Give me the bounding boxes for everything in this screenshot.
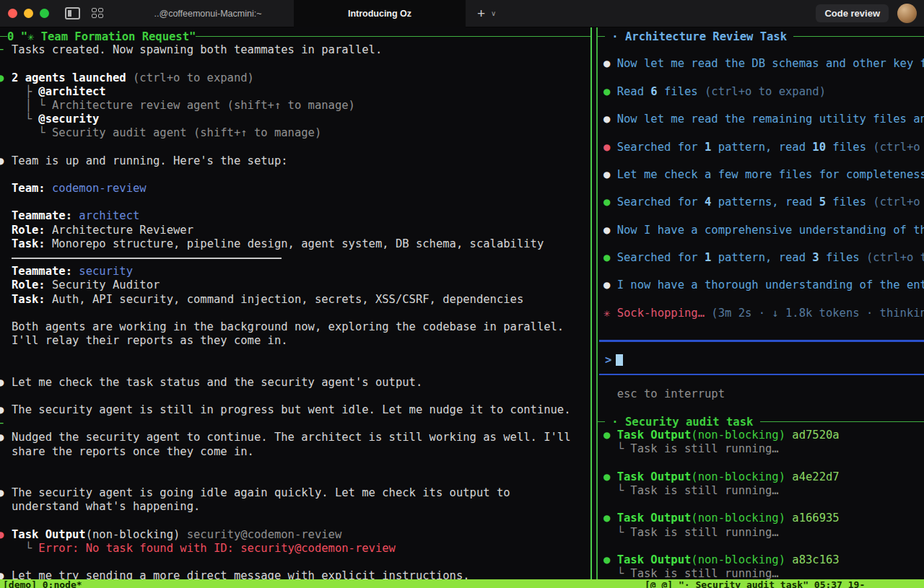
terminal-line: [0, 141, 590, 154]
text-segment: codemon-review: [45, 182, 147, 195]
terminal-line: ●Let me try sending a more direct messag…: [0, 569, 590, 579]
text-segment: ad7520a: [785, 429, 840, 442]
text-segment: Team:: [12, 182, 45, 195]
chevron-down-icon[interactable]: ∨: [491, 9, 496, 17]
pane-header: · Architecture Review Task: [598, 30, 924, 43]
text-segment: Nudged the security agent to continue. T…: [12, 431, 571, 444]
text-segment: 1: [705, 141, 711, 154]
pane-agent-tasks[interactable]: · Architecture Review Task ● Now let me …: [596, 27, 924, 579]
terminal-line: ─Tasks created. Now spawning both teamma…: [0, 43, 590, 57]
text-segment: (non-blocking): [691, 553, 785, 566]
new-tab-button[interactable]: +: [477, 6, 485, 22]
text-segment: a83c163: [785, 553, 840, 566]
text-segment: Searched for: [617, 196, 705, 209]
text-segment: security@codemon-review: [180, 528, 341, 541]
text-segment: (ctrl+o: [873, 196, 920, 209]
terminal-line: Task: Auth, API security, command inject…: [0, 293, 590, 307]
terminal-line: [598, 209, 924, 223]
text-segment: The security agent is still in progress …: [12, 403, 571, 416]
terminal-line: ●Nudged the security agent to continue. …: [0, 431, 590, 444]
text-segment: (non-blocking): [691, 512, 785, 525]
terminal-line: ● Now let me read the remaining utility …: [598, 113, 924, 126]
text-segment: └ Task is still running…: [603, 484, 779, 497]
text-segment: Monorepo structure, pipeline design, age…: [45, 237, 544, 250]
text-segment: a4e22d7: [785, 470, 840, 483]
text-segment: Task:: [12, 237, 45, 250]
terminal-line: └ Task is still running…: [598, 526, 924, 540]
text-segment: (ctrl+o t: [866, 251, 924, 264]
header-rule: [598, 421, 605, 422]
pane-team-formation[interactable]: 0 "✳ Team Formation Request"─Tasks creat…: [0, 27, 590, 579]
pane-title: · Security audit task: [605, 416, 760, 429]
input-border-line: [599, 374, 924, 376]
terminal-line: ● Task Output(non-blocking) ad7520a: [598, 429, 924, 442]
terminal-line: [598, 43, 924, 57]
text-segment: Searched for: [617, 251, 705, 264]
text-segment: Security Auditor: [45, 278, 160, 291]
text-segment: 1: [705, 251, 711, 264]
text-segment: @security: [38, 113, 99, 126]
terminal-line: ●2 agents launched (ctrl+o to expand): [0, 71, 590, 85]
text-segment: Searched for: [617, 141, 705, 154]
text-segment: Let me check a few more files for comple…: [617, 168, 924, 181]
avatar[interactable]: [897, 4, 917, 23]
text-segment: (ctrl+o to expand): [126, 71, 254, 84]
sidebar-toggle-icon[interactable]: [65, 7, 80, 19]
text-segment: 2 agents launched: [12, 71, 126, 84]
code-review-button[interactable]: Code review: [816, 4, 889, 22]
terminal-line: [598, 71, 924, 85]
terminal-line: [598, 401, 924, 415]
terminal-line: ● Task Output(non-blocking) a166935: [598, 512, 924, 525]
pane-divider[interactable]: [590, 27, 592, 579]
text-segment: files: [826, 141, 873, 154]
minimize-window-button[interactable]: [24, 9, 33, 18]
window-layout-grid-icon[interactable]: [92, 8, 105, 19]
terminal-line: └ Task is still running…: [598, 567, 924, 579]
close-window-button[interactable]: [8, 9, 17, 18]
text-segment: pattern, read: [711, 141, 812, 154]
terminal-line: ● Task Output(non-blocking) a4e22d7: [598, 470, 924, 484]
text-segment: 4: [705, 196, 711, 209]
terminal-line: [0, 348, 590, 361]
text-segment: (non-blocking): [691, 429, 785, 442]
tab-terminal-session[interactable]: ..@coffeemonui-Macmini:~: [122, 0, 294, 27]
input-border-line: [599, 340, 924, 342]
text-segment: ●: [603, 141, 617, 154]
terminal-line: [0, 362, 590, 376]
terminal-line: └ Security audit agent (shift+↑ to manag…: [0, 126, 590, 140]
header-rule: [760, 421, 924, 422]
terminal-line: [598, 540, 924, 553]
text-segment: Teammate:: [12, 209, 72, 222]
status-window-info: [@ @] "· Security audit task" 05:37 19-: [645, 579, 865, 588]
prompt-input[interactable]: >: [599, 354, 924, 367]
text-segment: understand what's happening.: [12, 500, 200, 513]
text-segment: └: [12, 113, 38, 126]
terminal-app-window: ..@coffeemonui-Macmini:~ Introducing Oz …: [0, 0, 924, 588]
zoom-window-button[interactable]: [40, 9, 49, 18]
terminal-line: ─: [0, 417, 590, 431]
text-segment: Let me check the task status and the sec…: [12, 376, 422, 389]
text-segment: Error: No task found with ID: security@c…: [38, 542, 396, 555]
terminal-line: ├ @architect: [0, 85, 590, 99]
text-segment: ●: [603, 196, 617, 209]
text-segment: 3: [812, 251, 819, 264]
tmux-status-bar: [demo] 0:node* [@ @] "· Security audit t…: [0, 579, 924, 588]
text-segment: Role:: [12, 278, 45, 291]
text-segment: Task Output: [617, 470, 692, 483]
text-segment: (3m 2s · ↓ 1.8k tokens · thinkin: [711, 307, 924, 320]
terminal-line: [0, 168, 590, 182]
text-segment: (ctrl+o to expand): [705, 85, 826, 98]
text-segment: security: [72, 265, 133, 278]
terminal-line: I'll relay their reports as they come in…: [0, 334, 590, 348]
text-segment: Tasks created. Now spawning both teammat…: [12, 43, 382, 56]
tab-introducing-oz[interactable]: Introducing Oz: [294, 0, 466, 27]
terminal-line: understand what's happening.: [0, 500, 590, 514]
terminal-line: [598, 237, 924, 251]
pane-header: 0 "✳ Team Formation Request": [0, 30, 590, 43]
text-segment: ●: [603, 57, 617, 70]
terminal-line: [598, 293, 924, 307]
text-segment: Architecture Reviewer: [45, 224, 193, 237]
text-segment: Now let me read the DB schemas and other…: [617, 57, 924, 70]
text-segment: ●: [603, 251, 617, 264]
text-segment: files: [658, 85, 705, 98]
